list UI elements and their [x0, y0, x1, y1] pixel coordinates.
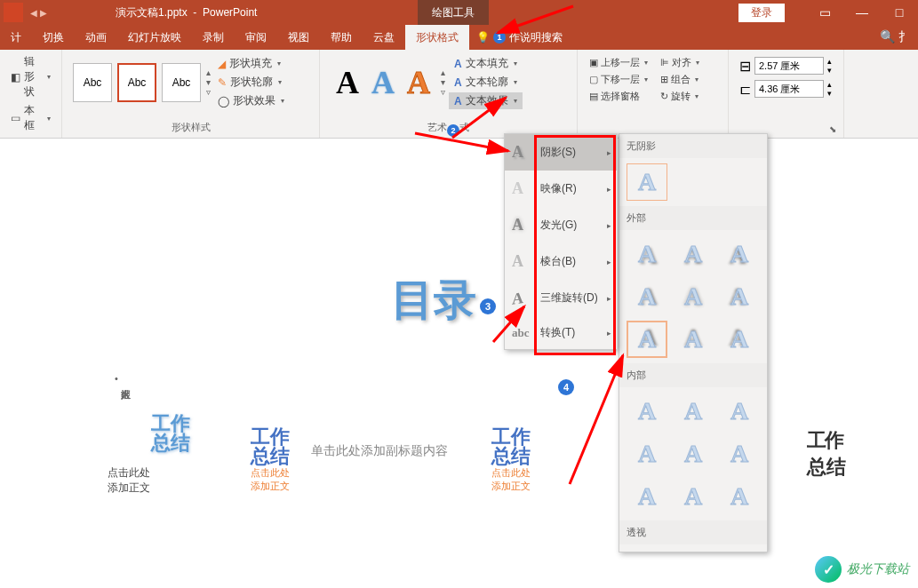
shadow-outer-9[interactable]: A: [719, 321, 760, 358]
group-button[interactable]: ⊞组合▾: [658, 72, 702, 87]
minimize-button[interactable]: —: [843, 0, 881, 25]
shadow-inner-5[interactable]: A: [673, 435, 714, 473]
shadow-inner-3[interactable]: A: [719, 393, 760, 430]
watermark-icon: ✓: [815, 556, 842, 583]
text-fill-button[interactable]: A文本填充▾: [449, 55, 523, 72]
gallery-more-button[interactable]: ▴▾▿: [204, 66, 212, 99]
shadow-outer-header: 外部: [619, 206, 767, 230]
menu-glow[interactable]: A发光(G)▸: [505, 207, 617, 243]
shadow-inner-4[interactable]: A: [627, 435, 667, 473]
tell-me-search[interactable]: 💡 1 作说明搜索: [476, 30, 563, 45]
menu-reflection[interactable]: A映像(R)▸: [505, 171, 617, 207]
work-title-4: 工作总结: [807, 427, 846, 481]
login-button[interactable]: 登录: [738, 4, 785, 22]
app-icon: [4, 3, 23, 22]
tab-view[interactable]: 视图: [277, 25, 320, 50]
share-icon[interactable]: 🔍 扌: [880, 29, 911, 45]
shadow-none-header: 无阴影: [619, 134, 767, 158]
wordart-more-button[interactable]: ▴▾▿: [439, 66, 447, 99]
selection-pane-button[interactable]: ▤选择窗格: [587, 89, 651, 104]
shadow-outer-7[interactable]: A: [627, 321, 667, 358]
tab-design[interactable]: 计: [0, 25, 32, 50]
tab-slideshow[interactable]: 幻灯片放映: [117, 25, 192, 50]
shadow-outer-8[interactable]: A: [673, 321, 714, 358]
placeholder-text-2[interactable]: 添加正文: [108, 481, 150, 496]
badge-3: 3: [480, 298, 496, 314]
shadow-inner-8[interactable]: A: [673, 478, 714, 515]
bulb-icon: 💡: [476, 31, 490, 44]
tab-animations[interactable]: 动画: [75, 25, 117, 50]
shape-style-3[interactable]: Abc: [162, 63, 201, 102]
placeholder-text[interactable]: 点击此处: [108, 465, 150, 481]
shadow-inner-6[interactable]: A: [719, 435, 760, 473]
tab-help[interactable]: 帮助: [320, 25, 363, 50]
shape-style-gallery[interactable]: Abc Abc Abc: [69, 60, 204, 106]
shadow-perspective-header: 透视: [619, 520, 767, 544]
shadow-inner-7[interactable]: A: [627, 478, 667, 515]
shadow-gallery: 无阴影 A 外部 A A A A A A A A A 内部 A A A A A …: [619, 133, 768, 552]
shape-style-1[interactable]: Abc: [73, 63, 112, 102]
group-shape-styles: 形状样式: [69, 119, 312, 134]
menu-transform[interactable]: abc转换(T)▸: [505, 316, 617, 349]
bring-forward-button[interactable]: ▣上移一层▾: [587, 55, 651, 70]
tab-review[interactable]: 审阅: [235, 25, 277, 50]
qat-arrows[interactable]: ◀ ▶: [30, 8, 47, 18]
send-backward-button[interactable]: ▢下移一层▾: [587, 72, 651, 87]
rotate-button[interactable]: ↻旋转▾: [658, 89, 702, 104]
shadow-outer-4[interactable]: A: [627, 278, 667, 315]
subtitle-placeholder[interactable]: 单击此处添加副标题内容: [311, 443, 448, 459]
shadow-inner-header: 内部: [619, 363, 767, 387]
tab-cloud[interactable]: 云盘: [363, 25, 405, 50]
shadow-outer-3[interactable]: A: [719, 235, 760, 273]
shadow-outer-6[interactable]: A: [719, 278, 760, 315]
wordart-gallery[interactable]: A A A: [327, 59, 439, 107]
ribbon-tabs: 计 切换 动画 幻灯片放映 录制 审阅 视图 帮助 云盘 形状格式 💡 1 作说…: [0, 25, 918, 50]
shape-effects-button[interactable]: ◯形状效果▾: [214, 92, 288, 109]
badge-4: 4: [558, 379, 574, 395]
slide-title[interactable]: 目录: [391, 276, 476, 323]
menu-bevel[interactable]: A棱台(B)▸: [505, 243, 617, 280]
shape-style-2[interactable]: Abc: [117, 63, 156, 102]
shadow-none-option[interactable]: A: [627, 163, 667, 201]
shadow-inner-9[interactable]: A: [719, 478, 760, 515]
slide-canvas[interactable]: 目录 • 汇报人姓名 工作总结 点击此处 添加正文 工作总结 点击此处 添加正文…: [0, 139, 918, 588]
height-icon: ⊟: [739, 58, 751, 75]
work-title-2: 工作总结: [251, 427, 290, 466]
width-icon: ⊏: [739, 81, 751, 98]
height-input[interactable]: ⊟2.57 厘米▴▾: [739, 57, 833, 75]
work-title-1: 工作总结: [151, 414, 190, 453]
tab-transitions[interactable]: 切换: [32, 25, 75, 50]
shape-fill-button[interactable]: ◢形状填充▾: [214, 55, 288, 72]
shape-outline-button[interactable]: ✎形状轮廓▾: [214, 74, 288, 91]
text-outline-button[interactable]: A文本轮廓▾: [449, 74, 523, 91]
edit-shape-button[interactable]: ◧辑形状▾: [7, 53, 54, 100]
contextual-tab-label: 绘图工具: [418, 0, 489, 25]
shadow-inner-1[interactable]: A: [627, 393, 667, 430]
menu-shadow[interactable]: A阴影(S)▸: [505, 134, 617, 171]
watermark: ✓ 极光下载站: [815, 556, 909, 583]
shadow-outer-2[interactable]: A: [673, 235, 714, 273]
work-title-3: 工作总结: [491, 427, 531, 466]
text-effects-button[interactable]: A文本效果▾: [449, 92, 523, 109]
text-effects-dropdown: A阴影(S)▸ A映像(R)▸ A发光(G)▸ A棱台(B)▸ A三维旋转(D)…: [504, 133, 618, 350]
wordart-style-3[interactable]: A: [407, 64, 430, 101]
group-wordart: 艺术2式: [327, 119, 570, 134]
width-input[interactable]: ⊏4.36 厘米▴▾: [739, 80, 833, 98]
wordart-style-1[interactable]: A: [336, 64, 359, 101]
window-title: 演示文稿1.pptx - PowerPoint: [116, 5, 257, 20]
align-button[interactable]: ⊫对齐▾: [658, 55, 702, 70]
tab-shape-format[interactable]: 形状格式: [405, 25, 469, 50]
badge-1: 1: [493, 31, 506, 44]
textbox-button[interactable]: ▭本框▾: [7, 102, 54, 134]
badge-2: 2: [447, 124, 459, 137]
shadow-outer-1[interactable]: A: [627, 235, 667, 273]
maximize-button[interactable]: □: [881, 0, 918, 25]
shadow-outer-5[interactable]: A: [673, 278, 714, 315]
tab-record[interactable]: 录制: [192, 25, 235, 50]
ribbon-options-button[interactable]: ▭: [806, 0, 843, 25]
menu-3d-rotation[interactable]: A三维旋转(D)▸: [505, 280, 617, 316]
wordart-style-2[interactable]: A: [371, 64, 395, 101]
shadow-inner-2[interactable]: A: [673, 393, 714, 430]
